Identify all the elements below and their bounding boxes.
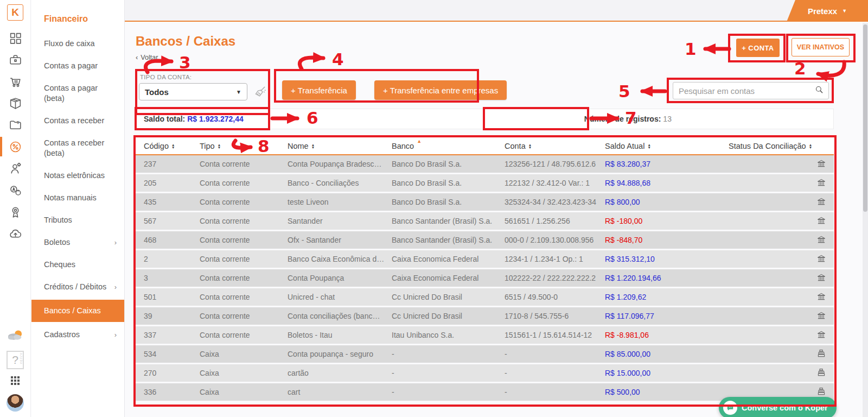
sidebar-item-cheques[interactable]: Cheques bbox=[31, 254, 124, 276]
cell-account: 123256-121 / 48.795.612.6 bbox=[505, 160, 605, 168]
sidebar-item-label: Notas eletrônicas bbox=[44, 170, 105, 181]
briefcase-icon[interactable] bbox=[0, 49, 31, 71]
sidebar-section-title: Financeiro bbox=[31, 0, 124, 33]
worker-icon[interactable] bbox=[0, 157, 31, 179]
chat-launcher[interactable]: Converse com o Koper bbox=[719, 397, 837, 417]
cell-bank: Banco Do Brasil S.a. bbox=[392, 179, 505, 187]
record-count-value: 13 bbox=[663, 115, 672, 123]
table-row[interactable]: 2Conta correnteBanco Caixa Econômica d…C… bbox=[136, 250, 834, 269]
table-row[interactable]: 237Conta correnteConta Poupança Bradesc…… bbox=[136, 155, 834, 174]
sidebar-item-contas-a-receber[interactable]: Contas a receber bbox=[31, 110, 124, 132]
bank-icon[interactable] bbox=[816, 311, 826, 322]
table-row[interactable]: 567Conta correnteSantanderBanco Santande… bbox=[136, 212, 834, 231]
bank-icon[interactable] bbox=[816, 159, 826, 170]
table-row[interactable]: 205Conta correnteBanco - ConciliaçõesBan… bbox=[136, 174, 834, 193]
account-type-select[interactable]: Todos ▼ bbox=[139, 83, 247, 100]
register-icon[interactable] bbox=[816, 368, 826, 379]
cell-name: Conta Poupança Bradesc… bbox=[288, 160, 392, 168]
sidebar-item-tributos[interactable]: Tributos bbox=[31, 209, 124, 231]
sidebar-item-cadastros[interactable]: Cadastros› bbox=[31, 324, 124, 346]
column-header-nome[interactable]: Nome▲▼ bbox=[288, 142, 392, 150]
chat-label: Converse com o Koper bbox=[742, 403, 828, 412]
cell-balance: R$ 83.280,37 bbox=[605, 160, 722, 168]
cell-bank: - bbox=[392, 369, 505, 377]
bank-icon[interactable] bbox=[816, 330, 826, 341]
accounts-icon[interactable] bbox=[0, 179, 31, 201]
column-label: Status Da Conciliação bbox=[729, 142, 806, 150]
table-row[interactable]: 435Conta correnteteste LiveonBanco Do Br… bbox=[136, 193, 834, 212]
transfer-between-companies-button[interactable]: + Transferência entre empresas bbox=[374, 80, 507, 100]
svg-text:$: $ bbox=[17, 120, 19, 125]
register-icon[interactable] bbox=[816, 387, 826, 398]
sidebar-item-label: Cheques bbox=[44, 260, 75, 270]
sidebar-item-cr-ditos-d-bitos[interactable]: Créditos / Débitos› bbox=[31, 276, 124, 298]
table-row[interactable]: 3Conta correnteConta PoupançaCaixa Econo… bbox=[136, 269, 834, 288]
add-account-button[interactable]: + CONTA bbox=[736, 39, 780, 57]
table-row[interactable]: 337Conta correnteBoletos - ItauItau Unib… bbox=[136, 326, 834, 345]
sidebar-item-contas-a-pagar-beta-[interactable]: Contas a pagar (beta) bbox=[31, 77, 124, 110]
column-header-status-da-concilia-o[interactable]: Status Da Conciliação▲▼ bbox=[722, 142, 834, 150]
register-icon[interactable] bbox=[816, 349, 826, 360]
search-input[interactable] bbox=[673, 86, 814, 96]
cart-icon[interactable] bbox=[0, 71, 31, 92]
table-row[interactable]: 270Caixacartão--R$ 15.000,00 bbox=[136, 364, 834, 383]
sidebar-item-notas-eletr-nicas[interactable]: Notas eletrônicas bbox=[31, 165, 124, 187]
cell-code: 435 bbox=[144, 198, 200, 206]
account-menu[interactable]: Pretexx ▼ bbox=[787, 0, 868, 22]
sidebar-item-bancos-caixas[interactable]: Bancos / Caixas bbox=[31, 300, 124, 322]
column-header-conta[interactable]: Conta▲▼ bbox=[505, 142, 605, 150]
cell-balance: R$ -8.981,06 bbox=[605, 331, 722, 339]
weather-icon[interactable] bbox=[7, 327, 23, 346]
table-row[interactable]: 468Conta correnteOfx - SantanderBanco Sa… bbox=[136, 231, 834, 250]
summary-bar: Saldo total:R$ 1.923.272,44 Número de re… bbox=[136, 109, 834, 129]
bank-icon[interactable] bbox=[816, 292, 826, 303]
help-icon[interactable]: ?AJUDA bbox=[7, 351, 24, 369]
column-header-tipo[interactable]: Tipo▲▼ bbox=[200, 142, 288, 150]
bank-icon[interactable] bbox=[816, 235, 826, 246]
sidebar-item-contas-a-receber-beta-[interactable]: Contas a receber (beta) bbox=[31, 132, 124, 165]
column-label: Nome bbox=[288, 142, 309, 150]
scrollbar-thumb[interactable] bbox=[863, 24, 867, 212]
table-row[interactable]: 39Conta correnteConta conciliações (banc… bbox=[136, 307, 834, 326]
dashboard-icon[interactable] bbox=[0, 27, 31, 49]
sidebar-item-fluxo-de-caixa[interactable]: Fluxo de caixa bbox=[31, 33, 124, 55]
sidebar-item-contas-a-pagar[interactable]: Contas a pagar bbox=[31, 55, 124, 77]
bank-icon[interactable] bbox=[816, 216, 826, 227]
cell-status bbox=[722, 330, 834, 341]
cell-status bbox=[722, 197, 834, 208]
column-header-banco[interactable]: Banco▲ bbox=[392, 142, 505, 150]
chevron-right-icon: › bbox=[114, 237, 117, 248]
certificate-icon[interactable] bbox=[0, 201, 31, 223]
back-button[interactable]: ‹Voltar bbox=[136, 53, 158, 61]
transfer-button[interactable]: + Transferência bbox=[282, 80, 356, 100]
column-header-c-digo[interactable]: Código▲▼ bbox=[144, 142, 200, 150]
table-row[interactable]: 501Conta correnteUnicred - chatCc Unicre… bbox=[136, 288, 834, 307]
search-icon[interactable] bbox=[814, 85, 824, 97]
bank-icon[interactable] bbox=[816, 254, 826, 265]
cloud-upload-icon[interactable] bbox=[0, 223, 31, 244]
sort-icon: ▲▼ bbox=[528, 143, 532, 149]
view-inactive-button[interactable]: VER INATIVOS bbox=[792, 38, 850, 56]
dropdown-caret-icon: ▼ bbox=[236, 89, 241, 95]
column-header-saldo-atual[interactable]: Saldo Atual▲▼ bbox=[605, 142, 722, 150]
cell-account: 102222-22 / 222.222.222.2 bbox=[505, 274, 605, 282]
cell-name: Boletos - Itau bbox=[288, 331, 392, 339]
package-icon[interactable] bbox=[0, 92, 31, 114]
cell-type: Conta corrente bbox=[200, 198, 288, 206]
apps-icon[interactable] bbox=[9, 374, 22, 389]
cell-code: 2 bbox=[144, 255, 200, 263]
sort-icon: ▲▼ bbox=[809, 143, 812, 149]
app-logo[interactable]: K bbox=[7, 4, 23, 21]
sidebar-item-notas-manuais[interactable]: Notas manuais bbox=[31, 187, 124, 209]
clear-filter-broom-icon[interactable] bbox=[253, 85, 267, 101]
column-label: Código bbox=[144, 142, 169, 150]
sidebar-item-label: Fluxo de caixa bbox=[44, 39, 95, 49]
bank-icon[interactable] bbox=[816, 178, 826, 189]
sidebar-item-boletos[interactable]: Boletos› bbox=[31, 231, 124, 254]
folder-money-icon[interactable]: $ bbox=[0, 114, 31, 136]
table-row[interactable]: 534CaixaConta poupança - seguro--R$ 85.0… bbox=[136, 345, 834, 364]
percent-icon[interactable] bbox=[0, 136, 31, 157]
bank-icon[interactable] bbox=[816, 197, 826, 208]
bank-icon[interactable] bbox=[816, 273, 826, 284]
user-avatar[interactable] bbox=[7, 394, 24, 412]
